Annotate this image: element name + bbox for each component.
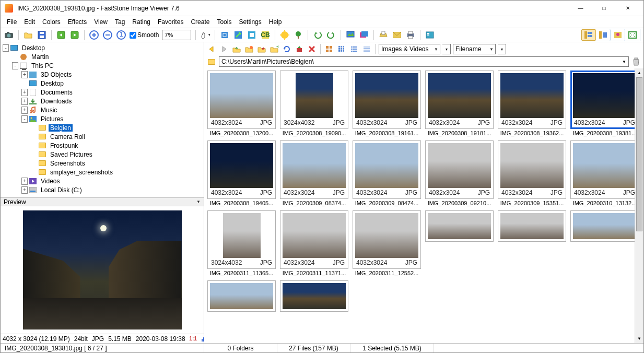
thumbnail[interactable]: 3024x4032JPG IMG_20200311_11365...: [207, 210, 276, 276]
fav-folder-icon[interactable]: [256, 44, 267, 54]
nav-forward-icon[interactable]: [219, 44, 229, 54]
thumbnail[interactable]: [280, 280, 348, 312]
thumbnail[interactable]: 4032x3024JPG IMG_20200308_19405...: [207, 140, 276, 206]
thumbnail[interactable]: 4032x3024JPG IMG_20200308_19181...: [425, 70, 494, 136]
tree-item[interactable]: +Downloads: [3, 97, 202, 105]
tree-item[interactable]: -Pictures: [3, 114, 202, 123]
nav-back-icon[interactable]: [206, 44, 217, 54]
thumbnail[interactable]: 4032x3024JPG IMG_20200310_13132...: [570, 140, 639, 206]
scroll-up-icon[interactable]: ▲: [635, 68, 643, 77]
sort-combo[interactable]: Filename▼: [453, 44, 496, 54]
hand-icon[interactable]: ▾: [200, 30, 210, 40]
thumbnail[interactable]: 4032x3024JPG IMG_20200308_13200...: [207, 70, 276, 136]
thumbnail[interactable]: 4032x3024JPG IMG_20200309_08474...: [353, 140, 421, 206]
view-fullscreen-icon[interactable]: [625, 29, 640, 41]
zoom-select[interactable]: [162, 30, 191, 40]
thumbnail[interactable]: [498, 210, 566, 276]
menu-tag[interactable]: Tag: [112, 17, 128, 27]
canvas-icon[interactable]: [247, 30, 257, 40]
crop-icon[interactable]: [219, 30, 230, 40]
thumbnail[interactable]: 4032x3024JPG IMG_20200309_08374...: [280, 140, 348, 206]
zoom-in-icon[interactable]: [89, 30, 99, 40]
filter-combo-split[interactable]: ▾: [442, 44, 451, 54]
tree-item[interactable]: Martin: [3, 52, 202, 61]
sharpen-icon[interactable]: [293, 30, 303, 40]
address-input[interactable]: C:\Users\Martin\Pictures\Belgien\ ▼: [219, 56, 629, 67]
refresh-icon[interactable]: [282, 44, 292, 54]
address-dropdown-icon[interactable]: ▼: [622, 60, 626, 64]
thumbnail[interactable]: 4032x3024JPG IMG_20200308_19161...: [353, 70, 421, 136]
tree-item[interactable]: +Local Disk (C:): [3, 185, 202, 194]
maximize-button[interactable]: □: [592, 1, 616, 16]
thumbnail[interactable]: [207, 280, 276, 312]
tree-item[interactable]: Desktop: [3, 79, 202, 88]
tree-item[interactable]: +3D Objects: [3, 70, 202, 79]
filter-combo[interactable]: Images & Videos▼: [379, 44, 440, 54]
wallpaper-icon[interactable]: [345, 30, 356, 40]
export-icon[interactable]: [294, 44, 305, 54]
menu-settings[interactable]: Settings: [236, 17, 264, 27]
menu-file[interactable]: File: [4, 17, 20, 27]
menu-colors[interactable]: Colors: [39, 17, 64, 27]
settings-icon[interactable]: [425, 30, 435, 40]
rotate-left-icon[interactable]: [312, 30, 323, 40]
slideshow-icon[interactable]: [359, 30, 369, 40]
thumbnail-area[interactable]: 4032x3024JPG IMG_20200308_13200... 3024x…: [204, 68, 643, 343]
save-icon[interactable]: [37, 30, 47, 40]
thumbnail[interactable]: [425, 210, 494, 276]
preview-dropdown-icon[interactable]: ▼: [196, 199, 201, 204]
thumbnail[interactable]: 3024x4032JPG IMG_20200308_19090...: [280, 70, 348, 136]
rotate-right-icon[interactable]: [326, 30, 336, 40]
thumbnail[interactable]: [570, 210, 639, 276]
zoom-actual-icon[interactable]: 1: [116, 30, 126, 40]
view-compare-icon[interactable]: [611, 29, 625, 41]
tree-item[interactable]: -This PC: [3, 61, 202, 70]
resize-icon[interactable]: [233, 30, 243, 40]
thumbnail[interactable]: 4032x3024JPG IMG_20200311_11371...: [280, 210, 348, 276]
thumbnail[interactable]: 4032x3024JPG IMG_20200311_12552...: [353, 210, 421, 276]
thumbnail[interactable]: 4032x3024JPG IMG_20200309_09210...: [425, 140, 494, 206]
view-single-icon[interactable]: [596, 29, 611, 41]
email-icon[interactable]: [392, 30, 402, 40]
tree-item[interactable]: Belgien: [3, 123, 202, 132]
tree-item[interactable]: +Documents: [3, 88, 202, 97]
adjust-colors-icon[interactable]: [279, 30, 290, 40]
print-icon[interactable]: [405, 30, 416, 40]
menu-create[interactable]: Create: [188, 17, 213, 27]
new-folder-icon[interactable]: [244, 44, 254, 54]
tree-item[interactable]: Frostpunk: [3, 141, 202, 150]
scan-icon[interactable]: [378, 30, 389, 40]
menu-view[interactable]: View: [91, 17, 111, 27]
undo-icon[interactable]: [56, 30, 66, 40]
menu-edit[interactable]: Edit: [21, 17, 38, 27]
zoom-out-icon[interactable]: [102, 30, 113, 40]
fav-add-icon[interactable]: +: [269, 44, 279, 54]
acquire-icon[interactable]: [4, 30, 14, 40]
scroll-thumb[interactable]: [636, 77, 642, 231]
tree-item[interactable]: +Music: [3, 105, 202, 114]
scroll-down-icon[interactable]: ▼: [635, 334, 643, 343]
tree-item[interactable]: -Desktop: [3, 43, 202, 52]
open-icon[interactable]: [23, 30, 33, 40]
nav-up-icon[interactable]: [231, 44, 242, 54]
view-thumb-icon[interactable]: [581, 29, 596, 41]
thumbnail[interactable]: 4032x3024JPG IMG_20200308_19381...: [570, 70, 639, 136]
delete-icon[interactable]: [307, 44, 317, 54]
view-large-icon[interactable]: [324, 44, 334, 54]
recycle-icon[interactable]: [631, 56, 641, 67]
folder-tree[interactable]: -DesktopMartin-This PC+3D ObjectsDesktop…: [1, 42, 204, 197]
smooth-checkbox[interactable]: Smooth: [130, 31, 159, 39]
sort-combo-split[interactable]: ▾: [498, 44, 506, 54]
thumbnail[interactable]: 4032x3024JPG IMG_20200309_15351...: [498, 140, 566, 206]
tree-item[interactable]: Camera Roll: [3, 132, 202, 141]
menu-favorites[interactable]: Favorites: [155, 17, 186, 27]
menu-effects[interactable]: Effects: [65, 17, 90, 27]
view-detail-icon[interactable]: [361, 44, 372, 54]
ratio-icon[interactable]: 1:1: [190, 335, 197, 343]
close-button[interactable]: ✕: [616, 1, 639, 16]
view-small-icon[interactable]: [336, 44, 347, 54]
menu-rating[interactable]: Rating: [129, 17, 154, 27]
tree-item[interactable]: Saved Pictures: [3, 150, 202, 159]
menu-tools[interactable]: Tools: [214, 17, 235, 27]
redo-icon[interactable]: [69, 30, 80, 40]
